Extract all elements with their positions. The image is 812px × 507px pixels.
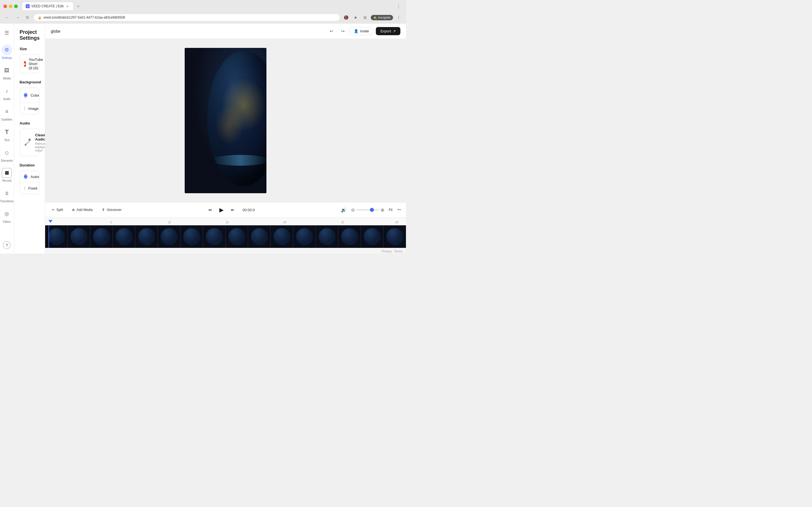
invite-icon: 👤 xyxy=(354,29,358,33)
svg-point-0 xyxy=(29,138,31,141)
transport-controls: ⏮ ▶ ⏭ 00:00:0 xyxy=(206,205,259,215)
sidebar-item-text[interactable]: T Text xyxy=(0,124,14,144)
voiceover-label: Voiceover xyxy=(107,208,122,212)
hamburger-menu-button[interactable]: ☰ xyxy=(2,27,12,39)
sidebar-item-media[interactable]: 🖼 Media xyxy=(0,63,14,82)
add-media-icon: ⊕ xyxy=(72,208,75,212)
extension-icon[interactable]: ⧉ xyxy=(361,13,369,21)
automatic-option[interactable]: Automatic xyxy=(20,171,39,182)
browser-chrome: V VEED CREATE | Edit ✕ + ⋮ ← → ↻ 🔒 veed.… xyxy=(0,0,406,24)
url-text: veed.io/edit/abcb1297-5a01-4d77-b2aa-a83… xyxy=(43,15,125,19)
waveform-icon[interactable]: 〜 xyxy=(397,207,402,213)
fixed-radio[interactable] xyxy=(24,186,25,190)
fast-forward-button[interactable]: ⏭ xyxy=(229,207,237,213)
playhead[interactable] xyxy=(49,225,49,248)
youtube-icon: ▶ xyxy=(24,61,26,67)
sidebar-item-filters[interactable]: ◎ Filters xyxy=(0,206,14,226)
clean-audio-icon xyxy=(24,138,32,147)
ruler-mark-25: 25 xyxy=(341,221,344,224)
sidebar-item-settings[interactable]: ⚙ Settings xyxy=(0,42,14,62)
audio-section: Audio Clean Audio Remove background nois… xyxy=(20,121,39,156)
audio-section-label: Audio xyxy=(20,121,39,125)
browser-addressbar: ← → ↻ 🔒 veed.io/edit/abcb1297-5a01-4d77-… xyxy=(0,12,406,24)
size-dropdown[interactable]: ▶ YouTube Short (9:16) ⌄ xyxy=(20,54,39,73)
timeline-toolbar: ✂ Split ⊕ Add Media 🎙 Voiceover ⏮ ▶ ⏭ 00… xyxy=(45,203,406,217)
track-thumbnail-4 xyxy=(113,225,135,248)
sidebar-item-subtitles[interactable]: ≡ Subtitles xyxy=(0,104,14,123)
ruler-mark-20: 20 xyxy=(283,221,287,224)
image-option[interactable]: Image Upload ↑ xyxy=(20,103,39,114)
split-button[interactable]: ✂ Split xyxy=(50,207,65,213)
play-button[interactable]: ▶ xyxy=(216,205,226,215)
new-tab-button[interactable]: + xyxy=(74,2,82,10)
duration-section: Duration Automatic Fixed 00:30.5 xyxy=(20,163,39,194)
bookmark-icon[interactable]: ★ xyxy=(352,13,359,21)
terms-link[interactable]: Terms xyxy=(394,249,403,253)
voiceover-icon: 🎙 xyxy=(102,208,105,212)
camera-off-icon: 📵 xyxy=(342,13,350,21)
browser-tabs: V VEED CREATE | Edit ✕ + xyxy=(22,2,82,10)
subtitles-icon: ≡ xyxy=(1,106,12,117)
sidebar-item-elements[interactable]: ◇ Elements xyxy=(0,145,14,165)
sidebar-item-transitions[interactable]: ⧖ Transitions xyxy=(0,186,14,205)
color-option[interactable]: Color #FF4F4A ✕ xyxy=(20,88,39,103)
privacy-link[interactable]: Privacy xyxy=(382,249,392,253)
privacy-terms-footer: Privacy Terms xyxy=(45,248,406,253)
automatic-radio[interactable] xyxy=(24,174,28,179)
globe-visual xyxy=(185,48,266,193)
fixed-option[interactable]: Fixed 00:30.5 xyxy=(20,182,39,194)
size-section-label: Size xyxy=(20,47,39,51)
playhead-arrow xyxy=(47,225,51,226)
globe-city-lights-2 xyxy=(214,105,244,145)
sidebar-item-help[interactable]: ? xyxy=(0,239,14,251)
timeline: ✂ Split ⊕ Add Media 🎙 Voiceover ⏮ ▶ ⏭ 00… xyxy=(45,202,406,248)
maximize-dot[interactable] xyxy=(14,4,18,8)
media-icon: 🖼 xyxy=(1,65,12,76)
track-thumbnail-15 xyxy=(361,225,384,248)
tab-close-button[interactable]: ✕ xyxy=(65,4,70,8)
color-radio[interactable] xyxy=(24,93,28,98)
add-media-label: Add Media xyxy=(77,208,93,212)
timeline-ruler: 5 10 15 20 25 30 xyxy=(45,217,406,225)
invite-button[interactable]: 👤 Invite xyxy=(350,27,373,35)
minimize-dot[interactable] xyxy=(9,4,12,8)
more-options-button[interactable]: ⋮ xyxy=(395,2,403,10)
volume-control[interactable]: 🔊 xyxy=(341,207,347,213)
address-bar[interactable]: 🔒 veed.io/edit/abcb1297-5a01-4d77-b2aa-a… xyxy=(34,14,340,21)
export-button[interactable]: Export ↗ xyxy=(376,27,400,35)
undo-button[interactable]: ↩ xyxy=(327,27,336,36)
redo-button[interactable]: ↪ xyxy=(338,27,347,36)
sidebar-item-record[interactable]: ⬛ Record xyxy=(0,166,14,184)
ruler-mark-10: 10 xyxy=(168,221,171,224)
clean-audio-card[interactable]: Clean Audio Remove background noise xyxy=(20,129,39,156)
zoom-slider[interactable] xyxy=(356,209,379,210)
zoom-slider-thumb[interactable] xyxy=(370,208,374,212)
duration-section-label: Duration xyxy=(20,163,39,167)
automatic-option-label: Automatic xyxy=(31,175,39,179)
fit-button[interactable]: Fit xyxy=(389,208,393,212)
back-button[interactable]: ← xyxy=(3,13,11,21)
refresh-button[interactable]: ↻ xyxy=(24,13,32,21)
close-dot[interactable] xyxy=(3,4,7,8)
sidebar-label-filters: Filters xyxy=(3,220,11,223)
sidebar-label-transitions: Transitions xyxy=(0,200,14,203)
active-tab[interactable]: V VEED CREATE | Edit ✕ xyxy=(22,2,73,10)
ruler-mark-15: 15 xyxy=(225,221,229,224)
zoom-out-icon[interactable]: ⊖ xyxy=(351,207,355,213)
image-radio[interactable] xyxy=(24,106,25,111)
rewind-button[interactable]: ⏮ xyxy=(206,207,214,213)
sidebar-item-audio[interactable]: ♪ Audio xyxy=(0,83,14,103)
zoom-in-icon[interactable]: ⊕ xyxy=(380,207,384,213)
app-container: ☰ ⚙ Settings 🖼 Media ♪ Audio ≡ Subtitles… xyxy=(0,24,406,253)
voiceover-button[interactable]: 🎙 Voiceover xyxy=(100,207,124,213)
fixed-option-label: Fixed xyxy=(29,186,38,190)
duration-options: Automatic Fixed 00:30.5 xyxy=(20,171,39,194)
add-media-button[interactable]: ⊕ Add Media xyxy=(70,207,95,213)
track-thumbnail-11 xyxy=(271,225,293,248)
background-section-label: Background xyxy=(20,80,39,84)
browser-menu-button[interactable]: ⋮ xyxy=(395,13,403,21)
sidebar-label-record: Record xyxy=(2,179,11,182)
forward-button[interactable]: → xyxy=(13,13,21,21)
sidebar-label-media: Media xyxy=(3,77,11,80)
background-section: Background Color #FF4F4A ✕ Image Upload … xyxy=(20,80,39,114)
